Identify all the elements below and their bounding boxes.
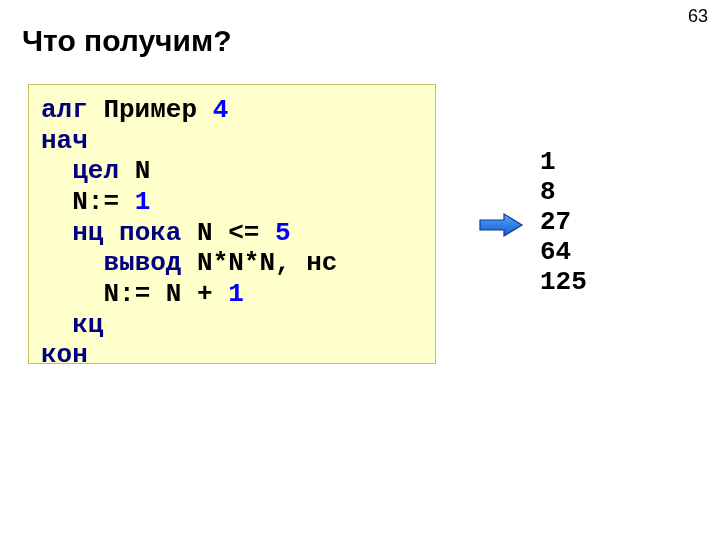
code-line: нц пока N <= 5 <box>41 218 423 249</box>
code-text: N:= <box>72 187 119 217</box>
code-line: N:= N + 1 <box>41 279 423 310</box>
code-text: N <= <box>181 218 259 248</box>
code-text: N*N*N, нс <box>181 248 337 278</box>
keyword: цел <box>72 156 119 186</box>
number: 5 <box>275 218 291 248</box>
code-text: N <box>119 156 150 186</box>
output-line: 8 <box>540 178 587 208</box>
number: 4 <box>213 95 229 125</box>
keyword: кц <box>72 310 103 340</box>
output-block: 1 8 27 64 125 <box>540 148 587 297</box>
keyword: кон <box>41 340 88 370</box>
output-line: 125 <box>540 268 587 298</box>
keyword: нач <box>41 126 88 156</box>
code-text: N + <box>166 279 213 309</box>
page-number: 63 <box>688 6 708 27</box>
code-line: цел N <box>41 156 423 187</box>
keyword: нц пока <box>72 218 181 248</box>
page-title: Что получим? <box>0 0 720 58</box>
code-block: алг Пример 4 нач цел N N:= 1 нц пока N <… <box>28 84 436 364</box>
code-line: N:= 1 <box>41 187 423 218</box>
arrow-icon <box>478 212 524 238</box>
code-text: N:= <box>103 279 150 309</box>
output-line: 1 <box>540 148 587 178</box>
code-line: нач <box>41 126 423 157</box>
number: 1 <box>228 279 244 309</box>
code-text: Пример <box>88 95 213 125</box>
output-line: 27 <box>540 208 587 238</box>
keyword: вывод <box>103 248 181 278</box>
code-line: вывод N*N*N, нс <box>41 248 423 279</box>
code-line: кон <box>41 340 423 371</box>
code-line: алг Пример 4 <box>41 95 423 126</box>
number: 1 <box>135 187 151 217</box>
keyword: алг <box>41 95 88 125</box>
output-line: 64 <box>540 238 587 268</box>
code-line: кц <box>41 310 423 341</box>
